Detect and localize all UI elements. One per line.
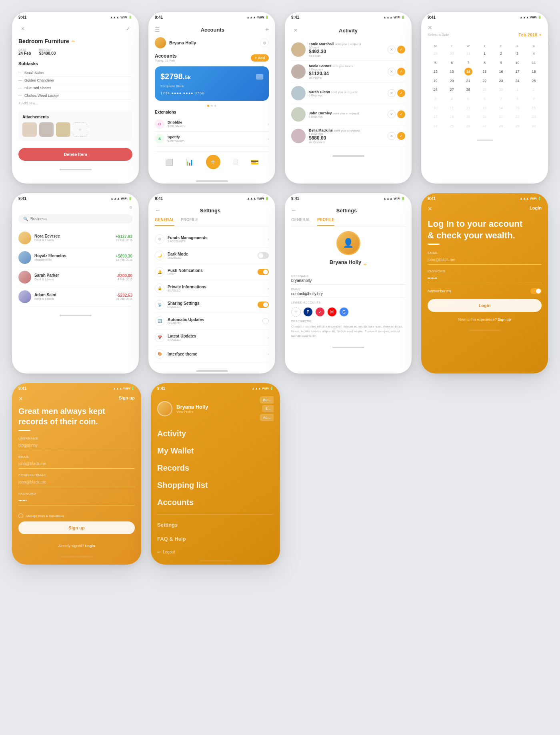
close-icon-9[interactable]: ✕ — [18, 395, 23, 402]
accept-btn-5[interactable]: ✓ — [397, 132, 405, 140]
cal-day[interactable]: 22 — [477, 77, 492, 85]
cal-day[interactable]: 4 — [444, 95, 460, 103]
cal-day[interactable]: 29 — [428, 50, 443, 58]
cal-day[interactable]: 15 — [510, 104, 525, 112]
pencil-icon-7[interactable]: ✏ — [364, 262, 367, 267]
back-button-6[interactable]: ← — [155, 207, 160, 214]
cal-day[interactable]: 29 — [477, 86, 492, 94]
plus-icon-2[interactable]: + — [265, 26, 269, 33]
cal-day[interactable]: 3 — [428, 95, 443, 103]
cal-day[interactable]: 10 — [510, 59, 525, 67]
nav-wallet-icon[interactable]: 💳 — [251, 158, 259, 166]
nav-card-icon[interactable]: ⬜ — [165, 158, 173, 166]
cal-day[interactable]: 21 — [493, 113, 509, 121]
signup-button[interactable]: Sign up — [18, 521, 135, 534]
cal-day[interactable]: 19 — [460, 113, 476, 121]
cal-day[interactable]: 21 — [460, 77, 476, 85]
username-input-9[interactable] — [18, 441, 135, 450]
cal-day[interactable]: 3 — [510, 50, 525, 58]
cal-day[interactable]: 25 — [526, 77, 542, 85]
cal-day[interactable]: 30 — [493, 86, 509, 94]
menu-item-wallet[interactable]: My Wallet — [151, 442, 280, 459]
cal-day[interactable]: 8 — [477, 59, 492, 67]
terms-checkbox[interactable] — [18, 513, 23, 518]
cal-day[interactable]: 30 — [526, 122, 542, 130]
cal-day[interactable]: 8 — [510, 95, 525, 103]
cal-day[interactable]: 24 — [510, 77, 525, 85]
cal-day[interactable]: 2 — [526, 86, 542, 94]
toggle-sharing[interactable] — [258, 302, 269, 308]
close-icon-8[interactable]: ✕ — [428, 206, 432, 212]
email-input-8[interactable] — [428, 256, 542, 265]
sign-up-link[interactable]: Sign up — [498, 318, 511, 322]
cal-day[interactable]: 18 — [526, 68, 542, 76]
search-input-5[interactable] — [30, 217, 128, 221]
cal-day[interactable]: 2 — [493, 50, 509, 58]
cal-day[interactable]: 14 — [493, 104, 509, 112]
menu-item-records[interactable]: Records — [151, 459, 280, 477]
cal-day[interactable]: 30 — [444, 50, 460, 58]
cal-day[interactable]: 19 — [428, 77, 443, 85]
menu-item-faq[interactable]: FAQ & Help — [151, 532, 280, 546]
cal-day[interactable]: 6 — [477, 95, 492, 103]
cal-day[interactable]: 13 — [444, 68, 460, 76]
accept-btn-3[interactable]: ✓ — [397, 89, 405, 97]
cal-day[interactable]: 10 — [428, 104, 443, 112]
cal-day[interactable]: 6 — [444, 59, 460, 67]
tab-general[interactable]: GENERAL — [155, 218, 174, 226]
add-account-button[interactable]: + Add — [251, 54, 269, 62]
toggle-dark-mode[interactable] — [258, 252, 269, 259]
confirm-email-input-9[interactable] — [18, 478, 135, 487]
add-new-btn[interactable]: + Add new... — [18, 100, 132, 107]
cal-day[interactable]: 23 — [526, 113, 542, 121]
login-button[interactable]: Login — [428, 299, 542, 312]
settings-icon-2[interactable]: ⚙ — [260, 38, 269, 47]
nav-chart-icon[interactable]: 📊 — [186, 158, 194, 166]
menu-item-shopping[interactable]: Shopping list — [151, 477, 280, 494]
month-selector[interactable]: Feb 2018 ▼ — [518, 32, 542, 37]
cal-day[interactable]: 17 — [428, 113, 443, 121]
filter-icon-5[interactable]: ⚙ — [129, 206, 132, 210]
cal-day[interactable]: 20 — [477, 113, 492, 121]
reject-btn-5[interactable]: ✕ — [388, 132, 396, 140]
menu-logout[interactable]: ↩ Logout — [151, 546, 280, 558]
reject-btn-1[interactable]: ✕ — [388, 46, 396, 54]
cal-day[interactable]: 28 — [460, 86, 476, 94]
accept-btn-4[interactable]: ✓ — [397, 110, 405, 118]
cal-day[interactable]: 26 — [428, 86, 443, 94]
accept-btn-2[interactable]: ✓ — [397, 68, 405, 76]
close-button-1[interactable]: ✕ — [18, 24, 27, 33]
add-linked-btn[interactable]: + — [291, 307, 301, 317]
back-button-7[interactable]: ← — [291, 207, 297, 214]
tab-general-7[interactable]: GENERAL — [291, 218, 311, 226]
cal-day[interactable]: 5 — [460, 95, 476, 103]
pencil-icon-1[interactable]: ✏ — [72, 39, 75, 44]
menu-item-settings[interactable]: Settings — [151, 518, 280, 532]
accept-btn-1[interactable]: ✓ — [397, 46, 405, 54]
cal-day[interactable]: 7 — [460, 59, 476, 67]
cal-day[interactable]: 24 — [428, 122, 443, 130]
nav-list-icon[interactable]: ☰ — [233, 158, 238, 166]
cal-day[interactable]: 11 — [444, 104, 460, 112]
menu-icon-2[interactable]: ☰ — [155, 26, 160, 33]
tab-profile[interactable]: PROFILE — [181, 218, 198, 226]
attachment-add-btn[interactable]: + — [73, 122, 87, 137]
menu-item-accounts[interactable]: Accounts — [151, 494, 280, 511]
delete-item-button[interactable]: Delete Item — [18, 148, 132, 161]
reject-btn-3[interactable]: ✕ — [388, 89, 396, 97]
check-button-1[interactable]: ✓ — [124, 24, 132, 33]
menu-item-activity[interactable]: Activity — [151, 425, 280, 442]
cal-day[interactable]: 18 — [444, 113, 460, 121]
nav-add-fab[interactable]: + — [206, 155, 220, 169]
password-input-8[interactable] — [428, 274, 542, 283]
cal-day[interactable]: 11 — [526, 59, 542, 67]
reject-btn-2[interactable]: ✕ — [388, 68, 396, 76]
cal-day[interactable]: 5 — [428, 59, 443, 67]
cal-day[interactable]: 13 — [477, 104, 492, 112]
cal-day[interactable]: 25 — [444, 122, 460, 130]
tab-profile-7[interactable]: PROFILE — [317, 218, 334, 226]
remember-toggle[interactable] — [530, 288, 542, 294]
cal-day[interactable]: 16 — [493, 68, 509, 76]
radio-auto-updates[interactable] — [262, 318, 269, 324]
cal-day[interactable]: 20 — [444, 77, 460, 85]
